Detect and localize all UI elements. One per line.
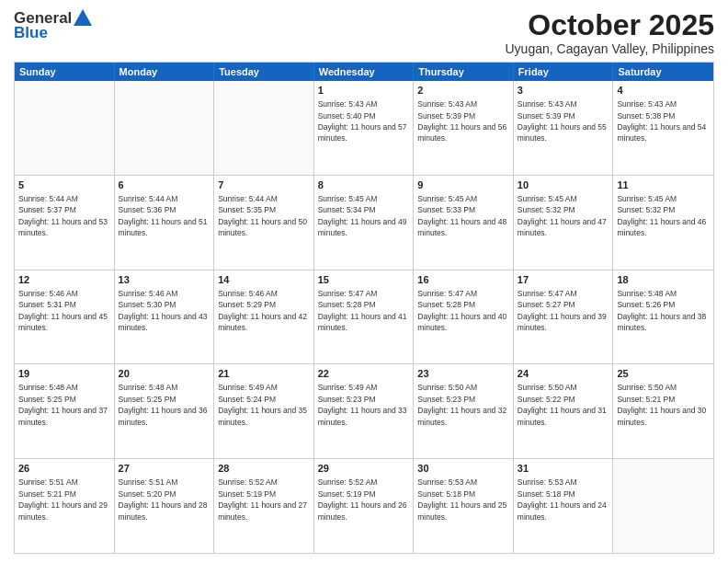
cell-info: Sunrise: 5:50 AM Sunset: 5:23 PM Dayligh… xyxy=(417,383,506,426)
cal-row-5: 26Sunrise: 5:51 AM Sunset: 5:21 PM Dayli… xyxy=(15,459,713,553)
day-number: 16 xyxy=(417,273,509,287)
cal-cell: 21Sunrise: 5:49 AM Sunset: 5:24 PM Dayli… xyxy=(214,364,314,458)
cal-row-2: 5Sunrise: 5:44 AM Sunset: 5:37 PM Daylig… xyxy=(15,176,713,270)
cell-info: Sunrise: 5:52 AM Sunset: 5:19 PM Dayligh… xyxy=(218,477,307,521)
cell-info: Sunrise: 5:53 AM Sunset: 5:18 PM Dayligh… xyxy=(518,477,607,521)
cell-info: Sunrise: 5:48 AM Sunset: 5:25 PM Dayligh… xyxy=(18,383,108,426)
cal-cell xyxy=(15,81,115,175)
cal-cell: 19Sunrise: 5:48 AM Sunset: 5:25 PM Dayli… xyxy=(15,364,115,458)
cal-cell: 23Sunrise: 5:50 AM Sunset: 5:23 PM Dayli… xyxy=(414,364,514,458)
cal-cell: 5Sunrise: 5:44 AM Sunset: 5:37 PM Daylig… xyxy=(15,176,115,270)
title-area: October 2025 Uyugan, Cagayan Valley, Phi… xyxy=(505,9,714,56)
day-number: 27 xyxy=(119,462,210,476)
day-number: 18 xyxy=(617,273,710,287)
cell-info: Sunrise: 5:53 AM Sunset: 5:18 PM Dayligh… xyxy=(417,477,506,521)
day-number: 28 xyxy=(218,462,310,476)
day-number: 17 xyxy=(518,273,609,287)
cell-info: Sunrise: 5:43 AM Sunset: 5:39 PM Dayligh… xyxy=(518,99,607,143)
header-day-tuesday: Tuesday xyxy=(214,63,314,81)
cal-cell: 7Sunrise: 5:44 AM Sunset: 5:35 PM Daylig… xyxy=(214,176,314,270)
day-number: 7 xyxy=(218,178,310,192)
header-day-monday: Monday xyxy=(115,63,215,81)
day-number: 31 xyxy=(518,462,609,476)
day-number: 23 xyxy=(417,367,509,381)
header-day-sunday: Sunday xyxy=(15,63,115,81)
cal-cell: 20Sunrise: 5:48 AM Sunset: 5:25 PM Dayli… xyxy=(115,364,215,458)
logo: General Blue xyxy=(14,9,92,42)
cal-cell: 3Sunrise: 5:43 AM Sunset: 5:39 PM Daylig… xyxy=(514,81,614,175)
cell-info: Sunrise: 5:50 AM Sunset: 5:21 PM Dayligh… xyxy=(617,383,706,426)
cell-info: Sunrise: 5:45 AM Sunset: 5:33 PM Dayligh… xyxy=(417,194,506,237)
cell-info: Sunrise: 5:43 AM Sunset: 5:38 PM Dayligh… xyxy=(617,99,706,143)
cell-info: Sunrise: 5:46 AM Sunset: 5:29 PM Dayligh… xyxy=(218,289,307,332)
cell-info: Sunrise: 5:51 AM Sunset: 5:20 PM Dayligh… xyxy=(119,477,208,521)
day-number: 30 xyxy=(417,462,509,476)
day-number: 12 xyxy=(18,273,110,287)
day-number: 22 xyxy=(318,367,410,381)
cell-info: Sunrise: 5:48 AM Sunset: 5:25 PM Dayligh… xyxy=(119,383,208,426)
cal-row-4: 19Sunrise: 5:48 AM Sunset: 5:25 PM Dayli… xyxy=(15,364,713,459)
day-number: 6 xyxy=(119,178,210,192)
day-number: 4 xyxy=(617,84,710,98)
header-day-friday: Friday xyxy=(514,63,614,81)
cal-cell: 24Sunrise: 5:50 AM Sunset: 5:22 PM Dayli… xyxy=(514,364,614,458)
header: General Blue October 2025 Uyugan, Cagaya… xyxy=(14,9,714,56)
cal-cell: 17Sunrise: 5:47 AM Sunset: 5:27 PM Dayli… xyxy=(514,270,614,364)
cal-cell: 31Sunrise: 5:53 AM Sunset: 5:18 PM Dayli… xyxy=(514,459,614,553)
cal-cell: 22Sunrise: 5:49 AM Sunset: 5:23 PM Dayli… xyxy=(314,364,415,458)
cal-cell: 27Sunrise: 5:51 AM Sunset: 5:20 PM Dayli… xyxy=(115,459,215,553)
cal-cell: 16Sunrise: 5:47 AM Sunset: 5:28 PM Dayli… xyxy=(414,270,514,364)
header-day-saturday: Saturday xyxy=(613,63,713,81)
cal-cell xyxy=(214,81,314,175)
calendar-header: SundayMondayTuesdayWednesdayThursdayFrid… xyxy=(15,63,713,81)
cell-info: Sunrise: 5:50 AM Sunset: 5:22 PM Dayligh… xyxy=(518,383,607,426)
cal-cell: 1Sunrise: 5:43 AM Sunset: 5:40 PM Daylig… xyxy=(314,81,415,175)
month-title: October 2025 xyxy=(505,9,714,41)
cal-cell: 14Sunrise: 5:46 AM Sunset: 5:29 PM Dayli… xyxy=(214,270,314,364)
cal-cell: 25Sunrise: 5:50 AM Sunset: 5:21 PM Dayli… xyxy=(613,364,713,458)
day-number: 1 xyxy=(318,84,410,98)
day-number: 9 xyxy=(417,178,509,192)
header-day-thursday: Thursday xyxy=(414,63,514,81)
cal-cell: 11Sunrise: 5:45 AM Sunset: 5:32 PM Dayli… xyxy=(613,176,713,270)
cell-info: Sunrise: 5:45 AM Sunset: 5:32 PM Dayligh… xyxy=(518,194,607,237)
cal-cell xyxy=(613,459,713,553)
cal-cell: 4Sunrise: 5:43 AM Sunset: 5:38 PM Daylig… xyxy=(613,81,713,175)
cal-cell: 29Sunrise: 5:52 AM Sunset: 5:19 PM Dayli… xyxy=(314,459,415,553)
cal-cell: 15Sunrise: 5:47 AM Sunset: 5:28 PM Dayli… xyxy=(314,270,415,364)
cal-cell: 18Sunrise: 5:48 AM Sunset: 5:26 PM Dayli… xyxy=(613,270,713,364)
cell-info: Sunrise: 5:44 AM Sunset: 5:35 PM Dayligh… xyxy=(218,194,307,237)
cal-cell: 10Sunrise: 5:45 AM Sunset: 5:32 PM Dayli… xyxy=(514,176,614,270)
day-number: 13 xyxy=(119,273,210,287)
day-number: 5 xyxy=(18,178,110,192)
cell-info: Sunrise: 5:51 AM Sunset: 5:21 PM Dayligh… xyxy=(18,477,108,521)
cell-info: Sunrise: 5:47 AM Sunset: 5:28 PM Dayligh… xyxy=(417,289,506,332)
day-number: 29 xyxy=(318,462,410,476)
cell-info: Sunrise: 5:44 AM Sunset: 5:36 PM Dayligh… xyxy=(119,194,208,237)
header-day-wednesday: Wednesday xyxy=(314,63,415,81)
day-number: 10 xyxy=(518,178,609,192)
day-number: 2 xyxy=(417,84,509,98)
cell-info: Sunrise: 5:46 AM Sunset: 5:31 PM Dayligh… xyxy=(18,289,108,332)
cell-info: Sunrise: 5:49 AM Sunset: 5:24 PM Dayligh… xyxy=(218,383,307,426)
day-number: 3 xyxy=(518,84,609,98)
day-number: 19 xyxy=(18,367,110,381)
cal-cell xyxy=(115,81,215,175)
cell-info: Sunrise: 5:52 AM Sunset: 5:19 PM Dayligh… xyxy=(318,477,407,521)
day-number: 8 xyxy=(318,178,410,192)
calendar-body: 1Sunrise: 5:43 AM Sunset: 5:40 PM Daylig… xyxy=(15,81,713,553)
calendar: SundayMondayTuesdayWednesdayThursdayFrid… xyxy=(14,62,714,554)
cal-cell: 9Sunrise: 5:45 AM Sunset: 5:33 PM Daylig… xyxy=(414,176,514,270)
cell-info: Sunrise: 5:44 AM Sunset: 5:37 PM Dayligh… xyxy=(18,194,108,237)
cal-cell: 30Sunrise: 5:53 AM Sunset: 5:18 PM Dayli… xyxy=(414,459,514,553)
cal-cell: 28Sunrise: 5:52 AM Sunset: 5:19 PM Dayli… xyxy=(214,459,314,553)
day-number: 20 xyxy=(119,367,210,381)
location: Uyugan, Cagayan Valley, Philippines xyxy=(505,41,714,56)
page: General Blue October 2025 Uyugan, Cagaya… xyxy=(0,0,728,563)
day-number: 11 xyxy=(617,178,710,192)
day-number: 15 xyxy=(318,273,410,287)
day-number: 21 xyxy=(218,367,310,381)
day-number: 25 xyxy=(617,367,710,381)
cell-info: Sunrise: 5:43 AM Sunset: 5:40 PM Dayligh… xyxy=(318,99,407,143)
cell-info: Sunrise: 5:45 AM Sunset: 5:32 PM Dayligh… xyxy=(617,194,706,237)
